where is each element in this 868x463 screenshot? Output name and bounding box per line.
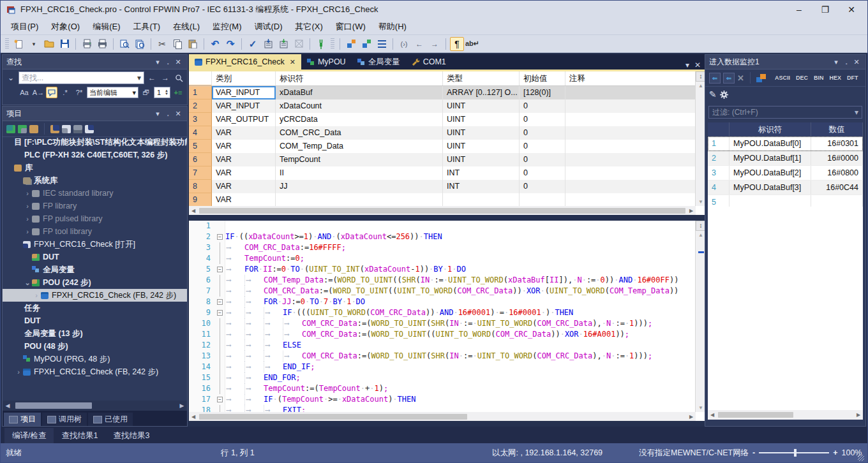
dock-tab-已使用[interactable]: 已使用: [88, 413, 133, 426]
code-line[interactable]: 7⟶⟶COM_CRC_Data:=(WORD_TO_UINT((UINT_TO_…: [189, 286, 696, 297]
tab-close-all-icon[interactable]: ✕: [694, 61, 701, 70]
code-line[interactable]: 10⟶⟶⟶⟶COM_CRC_Data:=(WORD_TO_UINT(SHR(IN…: [189, 318, 696, 329]
table-cell[interactable]: [565, 126, 696, 140]
format-button-dec[interactable]: DEC: [795, 74, 809, 82]
wildcard-button[interactable]: ?*: [73, 87, 86, 98]
menu-item-在线[interactable]: 在线(L): [167, 19, 206, 34]
download-plc-icon[interactable]: [261, 37, 275, 51]
pages-icon[interactable]: 🗗: [140, 87, 153, 98]
table-cell[interactable]: 0: [520, 153, 565, 166]
monitor-value[interactable]: 16#0C44: [811, 180, 863, 195]
find-close-icon[interactable]: ✕: [173, 58, 183, 66]
output-tab-查找结果1[interactable]: 查找结果1: [54, 428, 105, 444]
table-cell[interactable]: UINT: [443, 113, 520, 126]
online-mode-icon[interactable]: [314, 37, 328, 51]
table-cell[interactable]: xDataBuf: [276, 86, 443, 99]
code-hscroll-thumb[interactable]: [199, 414, 467, 420]
monitor-close-icon[interactable]: ✕: [851, 58, 862, 66]
row-number[interactable]: 1: [189, 86, 212, 99]
dock-tab-项目[interactable]: 项目: [4, 413, 41, 426]
find-history-dropdown-icon[interactable]: ▾: [137, 73, 141, 82]
project-pin-icon[interactable]: 𝅃: [163, 110, 173, 118]
table-cell[interactable]: 0: [520, 113, 565, 126]
table-cell[interactable]: [565, 86, 696, 99]
add-element-icon[interactable]: [18, 125, 27, 133]
find-expand-icon[interactable]: ⌄: [5, 72, 17, 84]
row-number[interactable]: 3: [189, 113, 212, 126]
tree-item[interactable]: 任务: [3, 302, 187, 314]
collapse-icon[interactable]: ⌄: [23, 279, 32, 287]
menu-item-窗口[interactable]: 窗口(W): [329, 19, 372, 34]
tree-item[interactable]: 库: [3, 161, 187, 174]
scroll-left-icon[interactable]: ◀: [189, 208, 198, 214]
code-hscrollbar[interactable]: ◀ ▶: [189, 412, 696, 421]
wrap-mode-icon[interactable]: ab↵: [465, 37, 479, 51]
delete-pou-icon[interactable]: [85, 125, 94, 133]
monitor-identifier[interactable]: MyPOU.DataBuf[3]: [730, 180, 811, 195]
find-pin-icon[interactable]: 𝅃: [163, 58, 173, 66]
table-cell[interactable]: II: [276, 166, 443, 180]
tree-item[interactable]: ›FPXH_CRC16_Check (FB, 242 步): [3, 289, 187, 302]
table-cell[interactable]: [520, 193, 565, 206]
minimize-button[interactable]: –: [788, 2, 810, 17]
whole-word-button[interactable]: A→: [32, 87, 45, 98]
sort-lines-icon[interactable]: [375, 37, 389, 51]
menu-item-工具[interactable]: 工具(T): [126, 19, 167, 34]
view-pou-icon[interactable]: [73, 125, 82, 133]
scroll-right-icon[interactable]: ▶: [854, 412, 863, 418]
tree-item[interactable]: FPXH_CRC16_Check [打开]: [3, 238, 187, 251]
zoom-out-button[interactable]: -: [752, 448, 755, 457]
nav-forward-icon[interactable]: →: [428, 37, 442, 51]
project-dropdown-icon[interactable]: ▾: [153, 110, 163, 118]
table-cell[interactable]: 0: [520, 140, 565, 153]
monitor-value[interactable]: 16#0000: [811, 151, 863, 165]
find-dropdown-icon[interactable]: ▾: [153, 58, 163, 66]
format-button-ascii[interactable]: ASCII: [774, 74, 791, 82]
tree-item[interactable]: PLC (FP-XH 32k C40ET,C60ET, 326 步): [3, 149, 187, 161]
spinner-arrows-icon[interactable]: ▲▼: [163, 89, 170, 96]
block-connect-icon[interactable]: [359, 37, 373, 51]
find-scope-select[interactable]: 当前编辑 ▾: [87, 87, 138, 98]
search-icon[interactable]: [173, 72, 184, 84]
table-cell[interactable]: 0: [520, 180, 565, 193]
code-line[interactable]: 13⟶⟶⟶⟶COM_CRC_Data:=(WORD_TO_UINT(SHR(IN…: [189, 351, 696, 362]
table-cell[interactable]: [565, 193, 696, 206]
expand-icon[interactable]: ›: [23, 228, 32, 235]
code-line[interactable]: 12⟶⟶⟶ELSE: [189, 340, 696, 351]
monitor-value[interactable]: 16#0301: [811, 136, 863, 151]
compile-all-icon[interactable]: [276, 37, 290, 51]
row-number[interactable]: 7: [189, 166, 212, 180]
table-cell[interactable]: [565, 113, 696, 126]
code-line[interactable]: 5−⟶FOR·II:=0·TO·(UINT_TO_INT(xDataCount-…: [189, 264, 696, 275]
fold-toggle-icon[interactable]: −: [216, 394, 225, 405]
code-line[interactable]: 2−IF·((xDataCount>=1)·AND·(xDataCount<=2…: [189, 231, 696, 242]
paste-icon[interactable]: [186, 37, 200, 51]
add-to-list-icon[interactable]: +≡: [172, 87, 184, 98]
scroll-right-icon[interactable]: ▶: [687, 208, 696, 214]
monitor-identifier[interactable]: MyPOU.DataBuf[2]: [730, 166, 811, 180]
tree-item[interactable]: DUT: [3, 251, 187, 263]
vartable-hscroll-thumb[interactable]: [199, 208, 685, 214]
fold-toggle-icon[interactable]: −: [216, 307, 225, 318]
format-button-bin[interactable]: BIN: [812, 74, 825, 82]
table-cell[interactable]: JJ: [276, 180, 443, 193]
fold-toggle-icon[interactable]: −: [216, 264, 225, 275]
compile-check-icon[interactable]: ✓: [246, 37, 260, 51]
settings-gear-icon[interactable]: [719, 90, 729, 99]
table-cell[interactable]: [276, 193, 443, 206]
resize-grip[interactable]: [858, 455, 864, 461]
monitor-dropdown-icon[interactable]: ▾: [831, 58, 841, 66]
project-hscrollbar[interactable]: ◀ ▶: [3, 401, 187, 411]
table-cell[interactable]: VAR: [212, 140, 276, 153]
tree-item[interactable]: ›FP pulsed library: [3, 212, 187, 225]
monitor-identifier[interactable]: MyPOU.DataBuf[1]: [730, 151, 811, 165]
menu-item-帮助[interactable]: 帮助(H): [372, 19, 413, 34]
code-line[interactable]: 11⟶⟶⟶⟶COM_CRC_Data:=(WORD_TO_UINT((UINT_…: [189, 329, 696, 340]
code-line[interactable]: 6⟶⟶COM_Temp_Data:=(WORD_TO_UINT((SHR(IN·…: [189, 275, 696, 286]
print-icon[interactable]: [95, 37, 109, 51]
table-cell[interactable]: COM_CRC_Data: [276, 126, 443, 140]
table-cell[interactable]: VAR: [212, 126, 276, 140]
code-line[interactable]: 9−⟶⟶⟶IF·(((UINT_TO_WORD(COM_CRC_Data))·A…: [189, 307, 696, 318]
doc-tab-FPXH_CRC16_Check[interactable]: FPXH_CRC16_Check✕: [189, 54, 301, 70]
table-cell[interactable]: VAR_OUTPUT: [212, 113, 276, 126]
